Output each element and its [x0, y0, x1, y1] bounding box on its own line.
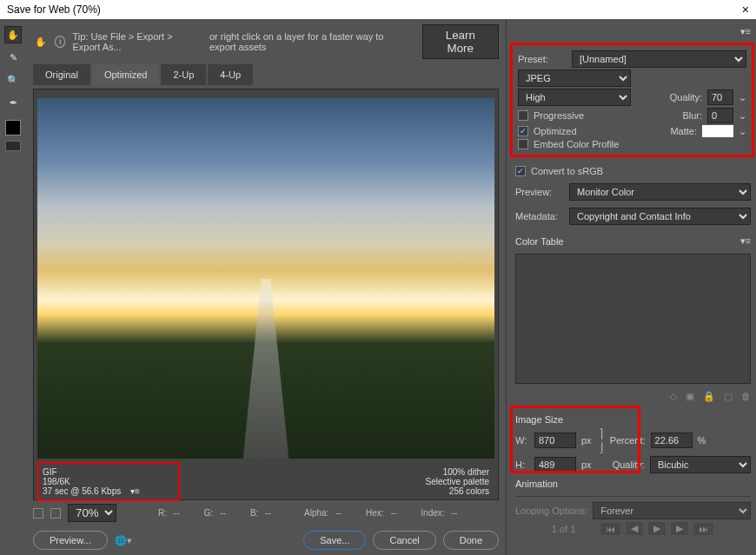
ct-icon-1[interactable]: ◇ [670, 391, 677, 402]
tab-4up[interactable]: 4-Up [208, 64, 253, 85]
next-frame-icon: ▶ [670, 521, 689, 536]
percent-symbol: % [698, 435, 706, 446]
metadata-select[interactable]: Copyright and Contact Info [569, 208, 751, 225]
preset-select[interactable]: [Unnamed] [572, 50, 746, 68]
panel-flyout-icon[interactable]: ▾≡ [740, 26, 751, 37]
preview-button[interactable]: Preview... [33, 531, 108, 550]
px-label-2: px [581, 459, 592, 470]
tab-optimized[interactable]: Optimized [92, 64, 160, 85]
palette-info: 100% dither Selective palette 256 colors [426, 467, 489, 496]
window-title: Save for Web (70%) [7, 3, 101, 16]
quality-chevron-icon[interactable]: ⌄ [739, 92, 746, 103]
metadata-label: Metadata: [515, 211, 564, 221]
color-table[interactable] [515, 254, 751, 384]
preview-select[interactable]: Monitor Color [569, 183, 751, 201]
height-input[interactable] [534, 457, 576, 472]
b-label: B: [250, 508, 258, 518]
convert-srgb-checkbox[interactable]: ✔ [515, 166, 526, 176]
zoom-tool-icon[interactable]: 🔍 [4, 71, 22, 89]
r-value: -- [174, 508, 180, 518]
g-value: -- [220, 508, 226, 518]
palette-label: Selective palette [426, 477, 489, 486]
preview-image[interactable] [37, 98, 494, 459]
dither-label: 100% dither [426, 467, 489, 477]
save-button[interactable]: Save... [303, 531, 366, 550]
first-frame-icon: ⏮ [600, 522, 621, 536]
width-input[interactable] [534, 433, 576, 448]
lock-icon[interactable]: 🔒 [703, 391, 715, 402]
ct-icon-2[interactable]: ▣ [686, 391, 694, 402]
quality-preset-select[interactable]: High [518, 89, 631, 106]
optimized-checkbox[interactable]: ✔ [518, 126, 528, 136]
cancel-button[interactable]: Cancel [373, 531, 435, 550]
trash-icon[interactable]: 🗑 [741, 391, 751, 402]
hand-tool-icon[interactable]: ✋ [4, 26, 22, 43]
download-time-label: 37 sec @ 56.6 Kbps [43, 486, 121, 496]
tool-strip: ✋ ✎ 🔍 ✒ [0, 19, 26, 555]
eyedropper-swatch[interactable] [5, 120, 21, 135]
matte-label: Matte: [670, 126, 697, 136]
info-icon: i [55, 36, 65, 48]
g-label: G: [204, 508, 214, 518]
progressive-label: Progressive [534, 110, 584, 121]
embed-profile-checkbox[interactable] [518, 139, 528, 149]
progressive-checkbox[interactable] [518, 110, 528, 121]
new-swatch-icon[interactable]: ▢ [724, 391, 733, 402]
play-icon: ▶ [647, 521, 666, 536]
animation-heading: Animation [515, 479, 558, 489]
width-label: W: [515, 435, 529, 446]
slice-visibility-icon[interactable] [5, 141, 21, 151]
tip-text-prefix: Tip: Use File > Export > Export As... [72, 31, 202, 52]
index-label: Index: [421, 508, 444, 518]
browser-icon[interactable]: 🌐▾ [115, 535, 132, 546]
color-table-heading: Color Table [515, 236, 563, 247]
prev-frame-icon: ◀ [625, 521, 644, 536]
convert-srgb-label: Convert to sRGB [531, 166, 603, 176]
percent-label: Percent: [610, 435, 646, 446]
slice-hide-icon[interactable] [33, 508, 43, 519]
eyedropper-tool-icon[interactable]: ✒ [4, 94, 22, 111]
color-table-flyout-icon[interactable]: ▾≡ [740, 235, 751, 247]
preview-label: Preview: [515, 187, 564, 197]
image-size-heading: Image Size [515, 414, 563, 425]
looping-select: Forever [593, 502, 751, 519]
embed-profile-label: Embed Color Profile [534, 139, 619, 149]
last-frame-icon: ⏭ [693, 522, 714, 536]
highlight-annotation: Preset: [Unnamed] JPEG High Quality: ⌄ P… [510, 43, 754, 157]
matte-swatch[interactable] [702, 125, 733, 137]
tab-2up[interactable]: 2-Up [161, 64, 206, 85]
done-button[interactable]: Done [443, 531, 499, 550]
optimized-label: Optimized [534, 126, 577, 136]
matte-chevron-icon[interactable]: ⌄ [739, 126, 746, 137]
slice-select-icon[interactable] [50, 508, 61, 519]
format-info: GIF 198/6K 37 sec @ 56.6 Kbps ▾≡ [43, 467, 140, 496]
blur-chevron-icon[interactable]: ⌄ [739, 110, 746, 122]
hex-value: -- [391, 508, 397, 518]
colors-label: 256 colors [426, 486, 489, 496]
alpha-label: Alpha: [304, 508, 328, 518]
hex-label: Hex: [366, 508, 384, 518]
format-select[interactable]: JPEG [518, 69, 631, 87]
slice-tool-icon[interactable]: ✎ [4, 49, 22, 66]
close-icon[interactable]: × [742, 3, 749, 17]
link-chain-icon[interactable]: ⌉⌋ [599, 426, 603, 454]
quality-input[interactable] [707, 89, 733, 105]
frame-counter: 1 of 1 [552, 524, 576, 534]
download-menu-icon[interactable]: ▾≡ [130, 486, 140, 496]
preset-label: Preset: [518, 54, 567, 64]
resample-quality-label: Quality: [613, 459, 645, 470]
resample-quality-select[interactable]: Bicubic [650, 456, 751, 473]
alpha-value: -- [335, 508, 342, 518]
zoom-select[interactable]: 70% [68, 504, 116, 522]
px-label: px [581, 435, 592, 446]
looping-label: Looping Options: [515, 505, 587, 516]
percent-input[interactable] [651, 433, 693, 448]
blur-label: Blur: [682, 110, 702, 121]
blur-input[interactable] [707, 108, 733, 123]
height-label: H: [515, 459, 529, 470]
learn-more-button[interactable]: Learn More [422, 24, 499, 59]
hand-icon: ✋ [33, 33, 48, 50]
tab-original[interactable]: Original [33, 64, 90, 85]
tip-text-suffix: or right click on a layer for a faster w… [209, 31, 410, 52]
index-value: -- [452, 508, 458, 518]
